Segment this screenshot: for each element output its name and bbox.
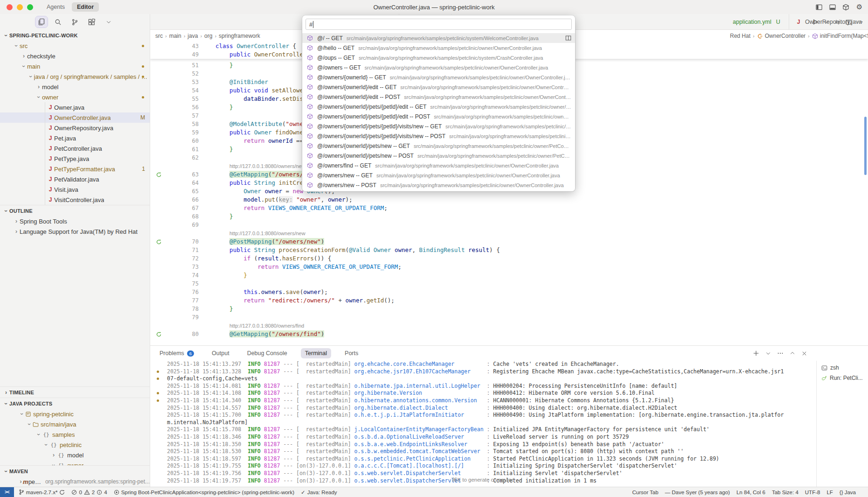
traffic-lights[interactable] [7,4,33,10]
terminal[interactable]: 2025-11-18 15:41:13.297 INFO 81287 --- [… [150,361,816,487]
quick-open-row[interactable]: @/owners/{ownerId}/pets/{petId}/edit -- … [302,102,575,112]
quick-open-row[interactable]: @/owners/{ownerId}/pets/new -- GETsrc/ma… [302,141,575,151]
layout-sidebar-icon[interactable] [815,3,823,11]
tab-size-item[interactable]: Tab Size: 4 [772,490,799,495]
scrollbar-thumb[interactable] [864,117,867,175]
quick-open-row[interactable]: @/owners/{ownerId}/pets/{petId}/visits/n… [302,121,575,131]
chevron-up-icon[interactable] [790,350,795,356]
files-icon[interactable] [35,16,48,28]
quick-open-row[interactable]: @/vets -- GETsrc/main/java/org/springfra… [302,190,575,191]
breadcrumb-item-src[interactable]: src [155,33,163,39]
panel-tab-output[interactable]: Output [208,348,234,358]
cursor-tab-item[interactable]: Cursor Tab [632,490,659,495]
ellipsis-icon[interactable] [777,350,784,357]
file-row-Owner.java[interactable]: JOwner.java [0,102,150,112]
breadcrumb-item[interactable]: OwnerController [765,33,806,39]
java-projects-section-header[interactable]: ›JAVA PROJECTS [0,398,150,409]
remote-indicator[interactable]: >< [0,487,14,497]
maven-project-row[interactable]: › m petclinic org.springframework.sample… [0,476,150,487]
quick-open-row[interactable]: @/owners/find -- GETsrc/main/java/org/sp… [302,161,575,170]
maven-section-header[interactable]: ›MAVEN [0,465,150,476]
eol-item[interactable]: LF [826,490,833,495]
codelens-url[interactable]: http://127.0.0.1:8080/owners/new [229,229,306,238]
compare-icon[interactable] [834,19,840,25]
file-row-Visit.java[interactable]: JVisit.java [0,184,150,195]
breadcrumb-item[interactable]: initFindForm(Map<String, Object>) [820,33,868,39]
panel-tab-debug-console[interactable]: Debug Console [243,348,292,358]
chevron-down-icon[interactable] [824,19,829,25]
plus-icon[interactable] [753,350,759,357]
folder-row-owner[interactable]: ›owner [0,92,150,102]
gear-icon[interactable]: ⚙ [855,3,863,11]
quick-open-row[interactable]: @/owners/{ownerId}/pets/{petId}/edit -- … [302,112,575,121]
file-row-PetController.java[interactable]: JPetController.java [0,143,150,154]
search-icon[interactable] [52,16,64,28]
file-row-VisitController.java[interactable]: JVisitController.java [0,195,150,205]
codelens-url[interactable]: http://127.0.0.1:8080/owners/new [229,162,306,170]
quick-open-row[interactable]: @/owners -- GETsrc/main/java/org/springf… [302,63,575,72]
spring-boot-app-item[interactable]: Spring Boot-PetClinicApplication<spring-… [114,490,294,495]
file-row-Pet.java[interactable]: JPet.java [0,133,150,143]
quick-open-row[interactable]: @/owners/{ownerId}/pets/{petId}/visits/n… [302,131,575,141]
breadcrumb-item-springframework[interactable]: springframework [219,33,260,39]
chevron-down-icon[interactable] [103,16,115,28]
zoom-window-button[interactable] [27,4,33,10]
close-window-button[interactable] [7,4,13,10]
folder-row-model[interactable]: ›model [0,82,150,92]
file-row-PetValidator.java[interactable]: JPetValidator.java [0,174,150,184]
mode-tab-editor[interactable]: Editor [72,2,99,12]
panel-tab-problems[interactable]: Problems6 [155,348,198,358]
terminal-session-Run: PetCli...[interactable]: Run: PetCli... [817,373,868,383]
file-row-OwnerRepository.java[interactable]: JOwnerRepository.java [0,123,150,133]
play-icon[interactable] [812,19,819,25]
ellipsis-icon[interactable] [857,19,863,25]
folder-row-src[interactable]: ›src [0,41,150,51]
outline-section-header[interactable]: ›OUTLINE [0,205,150,216]
quick-open-row[interactable]: @/owners/{ownerId}/pets/new -- POSTsrc/m… [302,151,575,161]
explorer-section-header[interactable]: ›SPRING-PETCLINIC-WORK [0,30,150,41]
quick-open-row[interactable]: @/owners/{ownerId}/edit -- POSTsrc/main/… [302,92,575,102]
layout-panel-icon[interactable] [828,3,836,11]
java-project-row-petclinic[interactable]: ›{}petclinic [0,440,150,450]
timeline-section-header[interactable]: ›TIMELINE [0,386,150,398]
breadcrumb-item-org[interactable]: org [204,33,212,39]
language-mode-item[interactable]: {} Java [840,490,856,495]
java-project-row-samples[interactable]: ›{}samples [0,429,150,440]
quick-open-row[interactable]: @/owners/{ownerId} -- GETsrc/main/java/o… [302,72,575,82]
outline-item[interactable]: ›Spring Boot Tools [0,216,150,226]
encoding-item[interactable]: UTF-8 [805,490,820,495]
file-row-PetType.java[interactable]: JPetType.java [0,154,150,164]
file-row-PetTypeFormatter.java[interactable]: JPetTypeFormatter.java1 [0,164,150,174]
open-to-side-icon[interactable] [563,35,571,41]
sync-icon[interactable] [59,490,65,495]
breadcrumb-item-main[interactable]: main [169,33,181,39]
git-branch-item[interactable]: maven-2.7.x* [19,489,65,495]
java-status-item[interactable]: ✓ Java: Ready [301,489,337,496]
git-blame-item[interactable]: — Dave Syer (5 years ago) [665,490,730,495]
mode-tab-agents[interactable]: Agents [42,2,70,12]
panel-tab-ports[interactable]: Ports [340,348,362,358]
editor-tab-application.yml[interactable]: application.ymlU [727,14,789,30]
cursor-position-item[interactable]: Ln 84, Col 6 [736,490,765,495]
java-project-row-src/main/java[interactable]: ›src/main/java [0,419,150,429]
breadcrumb-item-java[interactable]: java [187,33,198,39]
quick-open-row[interactable]: @/ -- GETsrc/main/java/org/springframewo… [302,33,575,43]
split-editor-icon[interactable] [846,19,852,25]
minimize-window-button[interactable] [17,4,23,10]
source-control-icon[interactable] [69,16,81,28]
java-project-row-spring-petclinic[interactable]: ›spring-petclinic [0,409,150,419]
quick-open-row[interactable]: @/oups -- GETsrc/main/java/org/springfra… [302,53,575,63]
folder-row-java / org / springframework / samples / petclinic[interactable]: ›java / org / springframework / samples … [0,71,150,82]
java-project-row-model[interactable]: ›{}model [0,450,150,460]
file-row-OwnerController.java[interactable]: JOwnerController.javaM [0,112,150,123]
outline-item[interactable]: ›Language Support for Java(TM) by Red Ha… [0,226,150,237]
quick-open-row[interactable]: @/owners/new -- GETsrc/main/java/org/spr… [302,170,575,180]
codelens-url[interactable]: http://127.0.0.1:8080/owners/find [229,322,304,330]
panel-tab-terminal[interactable]: Terminal [301,348,331,358]
problems-item[interactable]: 0 2 4 [71,490,107,495]
quick-open-row[interactable]: @/owners/{ownerId}/edit -- GETsrc/main/j… [302,82,575,92]
extensions-icon[interactable] [86,16,98,28]
folder-row-main[interactable]: ›main [0,61,150,71]
quick-open-input[interactable]: # [306,19,572,30]
quick-open-row[interactable]: @/hello -- GETsrc/main/java/org/springfr… [302,43,575,53]
